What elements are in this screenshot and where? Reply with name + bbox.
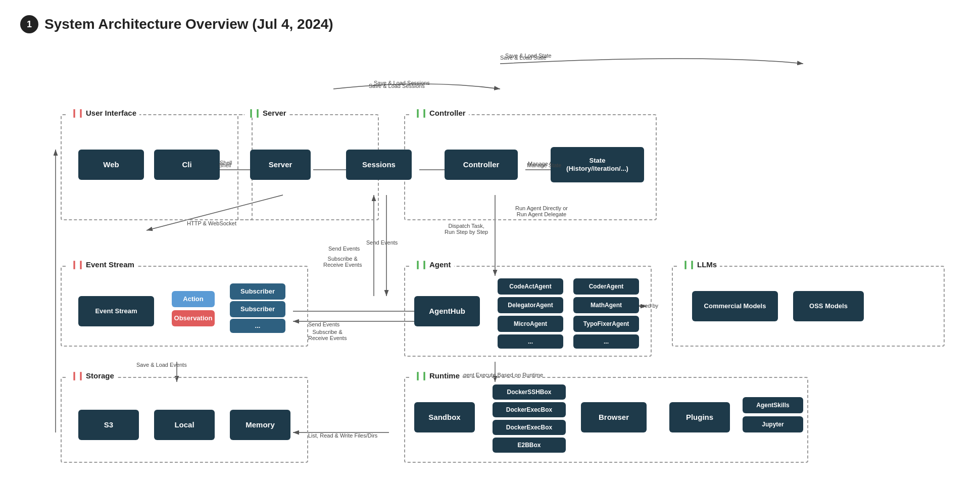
node-cli: Cli (154, 150, 220, 180)
section-label-runtime: ❙❙ Runtime (411, 371, 463, 380)
node-docker-exec2: DockerExecBox (493, 420, 566, 435)
node-subscriber2: Subscriber (230, 301, 285, 317)
node-e2b: E2BBox (493, 438, 566, 453)
section-label-controller: ❙❙ Controller (411, 108, 469, 118)
section-label-llms: ❙❙ LLMs (679, 260, 720, 269)
label-send-events: Send Events (328, 246, 360, 252)
label-send-events2: Send Events (366, 239, 398, 246)
node-delegator: DelegatorAgent (498, 297, 563, 313)
label-manage-state-inner: Manage State (527, 162, 562, 168)
node-codeact: CodeActAgent (498, 278, 563, 295)
label-subscribe-receive2: Subscribe & Receive Events (308, 329, 347, 341)
node-typofixer: TypoFixerAgent (573, 316, 639, 332)
node-agents-dots1: ... (498, 334, 563, 349)
node-commercial: Commercial Models (692, 291, 778, 321)
title-badge: 1 (20, 15, 38, 33)
section-label-agent: ❙❙ Agent (411, 260, 454, 269)
eventstream-icon: ❙❙ (71, 260, 84, 269)
node-math: MathAgent (573, 297, 639, 313)
node-event-stream: Event Stream (78, 296, 154, 326)
node-coder: CoderAgent (573, 278, 639, 295)
node-agent-skills: AgentSkills (743, 397, 803, 413)
page-title-container: 1 System Architecture Overview (Jul 4, 2… (20, 15, 960, 33)
page-title: System Architecture Overview (Jul 4, 202… (44, 16, 333, 32)
node-sessions: Sessions (346, 150, 412, 180)
label-list-read-write: List, Read & Write Files/Dirs (308, 432, 377, 439)
label-dispatch-task: Dispatch Task, Run Step by Step (445, 223, 488, 235)
label-save-load-events: Save & Load Events (136, 362, 187, 368)
label-http-websocket: HTTP & WebSocket (187, 220, 236, 226)
node-local: Local (154, 410, 215, 440)
node-subscriber1: Subscriber (230, 283, 285, 300)
node-agenthub: AgentHub (414, 296, 480, 326)
runtime-icon: ❙❙ (414, 371, 427, 380)
node-s3: S3 (78, 410, 139, 440)
label-save-load-state-top: Save & Load State (500, 55, 547, 61)
node-sandbox: Sandbox (414, 402, 475, 432)
node-server: Server (250, 150, 311, 180)
node-action: Action (172, 291, 215, 307)
storage-icon: ❙❙ (71, 371, 84, 380)
page-container: 1 System Architecture Overview (Jul 4, 2… (0, 0, 980, 483)
label-subscribe-receive: Subscribe & Receive Events (323, 256, 362, 268)
ui-icon: ❙❙ (71, 108, 84, 118)
agent-icon: ❙❙ (414, 260, 427, 269)
controller-icon: ❙❙ (414, 108, 427, 118)
node-web: Web (78, 150, 144, 180)
label-save-load-sessions-top: Save & Load Sessions (369, 83, 425, 89)
node-oss: OSS Models (793, 291, 864, 321)
node-state: State (History/iteration/...) (551, 147, 644, 182)
label-send-events3: Send Events (308, 321, 339, 327)
llms-icon: ❙❙ (682, 260, 695, 269)
node-docker-exec1: DockerExecBox (493, 402, 566, 417)
node-micro: MicroAgent (498, 316, 563, 332)
node-controller: Controller (445, 150, 518, 180)
node-plugins: Plugins (669, 402, 730, 432)
section-label-ui: ❙❙ User Interface (68, 108, 139, 118)
section-label-eventstream: ❙❙ Event Stream (68, 260, 137, 269)
node-jupyter: Jupyter (743, 416, 803, 432)
section-label-server: ❙❙ Server (244, 108, 289, 118)
node-memory: Memory (230, 410, 290, 440)
node-subscriber-dots: ... (230, 319, 285, 333)
node-browser: Browser (581, 402, 647, 432)
architecture-diagram: Save & Load State Save & Load Sessions S… (20, 49, 960, 473)
node-observation: Observation (172, 310, 215, 326)
node-docker-ssh: DockerSSHBox (493, 384, 566, 400)
node-agents-dots2: ... (573, 334, 639, 349)
section-label-storage: ❙❙ Storage (68, 371, 117, 380)
server-icon: ❙❙ (248, 108, 261, 118)
label-shell-inner: Shell (219, 162, 231, 168)
